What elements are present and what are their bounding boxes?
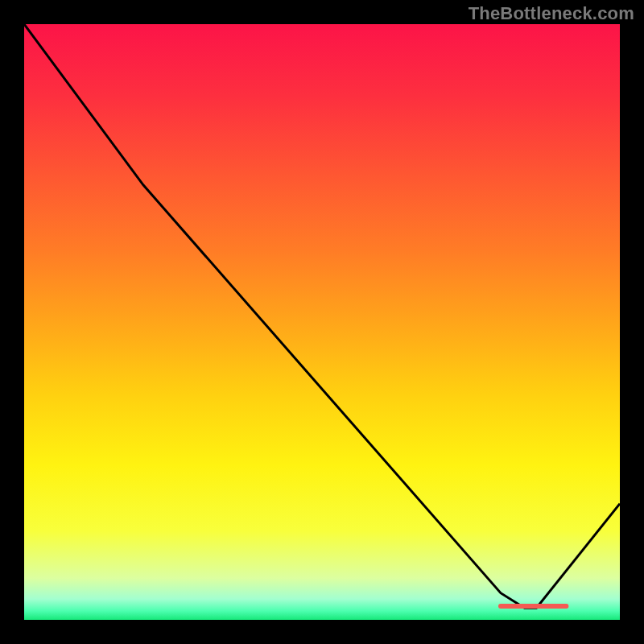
chart-svg bbox=[24, 24, 620, 620]
chart-container: TheBottleneck.com bbox=[0, 0, 644, 644]
gradient-background bbox=[24, 24, 620, 620]
plot-area bbox=[24, 24, 620, 620]
watermark-text: TheBottleneck.com bbox=[469, 3, 634, 24]
